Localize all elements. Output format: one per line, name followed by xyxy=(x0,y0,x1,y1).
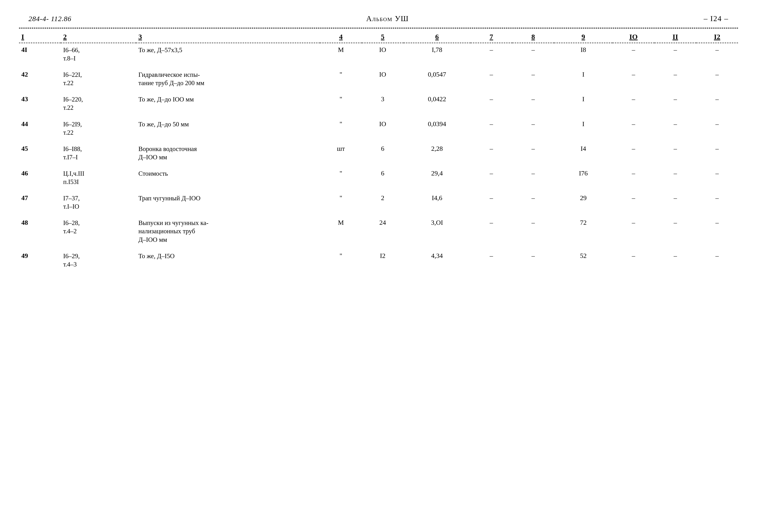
row-col12: – xyxy=(696,68,738,90)
row-col6: 0,0422 xyxy=(404,93,470,115)
row-col6: 0,0547 xyxy=(404,68,470,90)
row-col10: – xyxy=(613,93,654,115)
row-unit: М xyxy=(320,43,362,66)
row-col5: IO xyxy=(362,43,404,66)
row-col11: – xyxy=(654,93,696,115)
table-row: 43I6–220,т.22То же, Д–до IOO мм"30,0422–… xyxy=(19,93,738,115)
row-col10: – xyxy=(613,191,654,213)
row-col11: – xyxy=(654,167,696,189)
row-col12: – xyxy=(696,142,738,164)
table-row: 4II6–66,т.8–IТо же, Д–57х3,5МIOI,78––I8–… xyxy=(19,43,738,66)
row-col11: – xyxy=(654,191,696,213)
row-col9: I76 xyxy=(554,167,613,189)
row-col7: – xyxy=(470,142,512,164)
row-col6: I4,6 xyxy=(404,191,470,213)
row-num: 44 xyxy=(19,117,61,140)
row-num: 45 xyxy=(19,142,61,164)
table-row: 49I6–29,т.4–3То же, Д–I5O"I24,34––52––– xyxy=(19,249,738,271)
row-unit: М xyxy=(320,216,362,246)
row-num: 47 xyxy=(19,191,61,213)
row-col10: – xyxy=(613,117,654,140)
row-col11: – xyxy=(654,68,696,90)
page-header: 284-4- 112.86 Альбом УШ – I24 – xyxy=(19,14,738,23)
row-unit: шт xyxy=(320,142,362,164)
row-col7: – xyxy=(470,93,512,115)
row-code: I6–I88,т.I7–I xyxy=(61,142,136,164)
main-table-container: I 2 3 4 5 6 7 8 9 IO II I2 4II6–66,т.8–I… xyxy=(19,31,738,274)
row-col11: – xyxy=(654,249,696,271)
spacer-row xyxy=(19,66,738,68)
row-col7: – xyxy=(470,191,512,213)
row-col9: 72 xyxy=(554,216,613,246)
main-table: I 2 3 4 5 6 7 8 9 IO II I2 4II6–66,т.8–I… xyxy=(19,31,738,274)
row-code: I6–66,т.8–I xyxy=(61,43,136,66)
row-unit: " xyxy=(320,68,362,90)
table-row: 46Ц.I,ч.IIIп.I53IСтоимость"629,4––I76––– xyxy=(19,167,738,189)
spacer-row xyxy=(19,140,738,142)
row-col5: I2 xyxy=(362,249,404,271)
spacer-row xyxy=(19,271,738,274)
row-num: 42 xyxy=(19,68,61,90)
row-num: 48 xyxy=(19,216,61,246)
row-col12: – xyxy=(696,43,738,66)
row-col7: – xyxy=(470,216,512,246)
row-col10: – xyxy=(613,216,654,246)
row-col6: 29,4 xyxy=(404,167,470,189)
row-unit: " xyxy=(320,167,362,189)
row-col7: – xyxy=(470,43,512,66)
document-number: 284-4- 112.86 xyxy=(28,15,72,23)
row-col10: – xyxy=(613,249,654,271)
row-description: Выпуски из чугунных ка-нализационных тру… xyxy=(136,216,320,246)
top-divider xyxy=(19,28,738,28)
row-col8: – xyxy=(512,93,554,115)
spacer-row xyxy=(19,115,738,117)
row-unit: " xyxy=(320,117,362,140)
col-header-5: 5 xyxy=(362,31,404,43)
row-col10: – xyxy=(613,167,654,189)
col-header-4: 4 xyxy=(320,31,362,43)
col-header-3: 3 xyxy=(136,31,320,43)
table-row: 42I6–22I,т.22Гидравлическое испы-тание т… xyxy=(19,68,738,90)
row-num: 43 xyxy=(19,93,61,115)
row-col8: – xyxy=(512,167,554,189)
row-code: I7–37,т.I–IO xyxy=(61,191,136,213)
row-code: I6–28,т.4–2 xyxy=(61,216,136,246)
row-code: I6–22I,т.22 xyxy=(61,68,136,90)
col-header-11: II xyxy=(654,31,696,43)
row-col12: – xyxy=(696,249,738,271)
row-col7: – xyxy=(470,249,512,271)
row-num: 49 xyxy=(19,249,61,271)
row-col11: – xyxy=(654,43,696,66)
row-description: Стоимость xyxy=(136,167,320,189)
spacer-row xyxy=(19,213,738,216)
row-col5: 3 xyxy=(362,93,404,115)
row-col5: IO xyxy=(362,68,404,90)
row-num: 46 xyxy=(19,167,61,189)
row-col10: – xyxy=(613,142,654,164)
row-col8: – xyxy=(512,249,554,271)
row-col11: – xyxy=(654,117,696,140)
column-headers-row: I 2 3 4 5 6 7 8 9 IO II I2 xyxy=(19,31,738,43)
row-col12: – xyxy=(696,167,738,189)
row-col9: I xyxy=(554,117,613,140)
row-num: 4I xyxy=(19,43,61,66)
row-code: I6–2I9,т.22 xyxy=(61,117,136,140)
album-title: Альбом УШ xyxy=(366,14,409,23)
row-col6: 0,0394 xyxy=(404,117,470,140)
col-header-2: 2 xyxy=(61,31,136,43)
col-header-10: IO xyxy=(613,31,654,43)
row-col11: – xyxy=(654,142,696,164)
row-col8: – xyxy=(512,117,554,140)
row-col9: I8 xyxy=(554,43,613,66)
row-col7: – xyxy=(470,167,512,189)
row-col8: – xyxy=(512,68,554,90)
row-unit: " xyxy=(320,191,362,213)
col-header-7: 7 xyxy=(470,31,512,43)
spacer-row xyxy=(19,247,738,249)
row-description: То же, Д–I5O xyxy=(136,249,320,271)
row-col6: I,78 xyxy=(404,43,470,66)
row-col10: – xyxy=(613,68,654,90)
row-col8: – xyxy=(512,191,554,213)
row-col6: 3,OI xyxy=(404,216,470,246)
row-col12: – xyxy=(696,191,738,213)
